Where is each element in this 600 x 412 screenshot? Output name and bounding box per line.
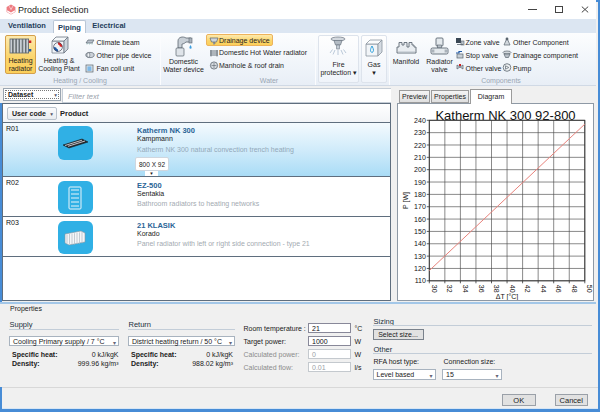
svg-text:220: 220 xyxy=(414,142,426,149)
svg-text:230: 230 xyxy=(414,129,426,136)
svg-text:34: 34 xyxy=(462,285,469,293)
svg-text:32: 32 xyxy=(446,285,453,293)
svg-text:140: 140 xyxy=(414,240,426,247)
svg-text:46: 46 xyxy=(555,285,562,293)
svg-text:120: 120 xyxy=(414,265,426,272)
svg-text:36: 36 xyxy=(478,285,485,293)
svg-text:150: 150 xyxy=(414,228,426,235)
svg-text:40: 40 xyxy=(509,285,516,293)
svg-text:110: 110 xyxy=(415,277,426,284)
svg-text:38: 38 xyxy=(493,285,500,293)
svg-text:180: 180 xyxy=(414,191,426,198)
svg-text:200: 200 xyxy=(414,166,426,173)
svg-text:130: 130 xyxy=(414,253,426,260)
svg-text:42: 42 xyxy=(524,285,531,293)
svg-text:ΔT [°C]: ΔT [°C] xyxy=(496,293,519,301)
svg-text:240: 240 xyxy=(414,117,426,124)
svg-text:170: 170 xyxy=(414,203,426,210)
svg-text:P [W]: P [W] xyxy=(402,192,410,209)
svg-text:160: 160 xyxy=(414,216,426,223)
svg-text:210: 210 xyxy=(414,154,426,161)
svg-text:190: 190 xyxy=(414,179,426,186)
svg-text:50: 50 xyxy=(586,285,593,293)
svg-text:30: 30 xyxy=(431,285,438,293)
svg-text:48: 48 xyxy=(571,285,578,293)
svg-text:44: 44 xyxy=(540,285,547,293)
